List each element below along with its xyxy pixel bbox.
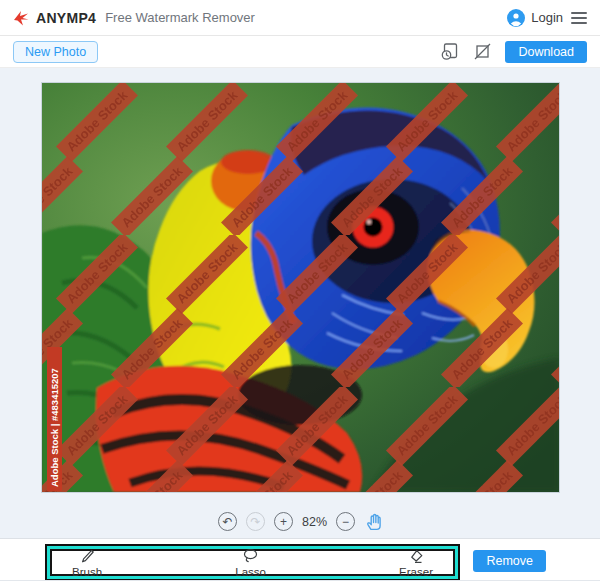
history-icon[interactable]: [439, 42, 459, 62]
zoom-out-icon[interactable]: −: [336, 512, 355, 531]
bottom-bar: Brush Lasso Eraser: [0, 538, 600, 586]
brush-icon: [79, 548, 96, 565]
remove-button[interactable]: Remove: [473, 550, 546, 572]
crop-icon[interactable]: [472, 42, 492, 62]
action-toolbar: New Photo Download: [0, 36, 600, 68]
brush-tool[interactable]: Brush: [72, 548, 102, 578]
undo-icon[interactable]: ↶: [218, 512, 237, 531]
login-label: Login: [531, 10, 563, 25]
lasso-label: Lasso: [235, 566, 266, 578]
zoom-controls: ↶ ↷ + 82% −: [0, 512, 600, 531]
user-avatar-icon: [507, 9, 525, 27]
watermark-overlay: [42, 83, 559, 492]
redo-icon[interactable]: ↷: [246, 512, 265, 531]
tools-highlight-annotation: Brush Lasso Eraser: [45, 544, 460, 581]
lasso-tool[interactable]: Lasso: [235, 548, 266, 578]
stock-id-bar: Adobe Stock | #483415207: [47, 347, 62, 491]
editor-area: Adobe Stock Adobe Stock Adobe Stock: [0, 68, 600, 538]
stock-id-text: Adobe Stock | #483415207: [49, 368, 60, 487]
product-title: Free Watermark Remover: [105, 10, 255, 25]
eraser-icon: [408, 548, 425, 565]
brush-label: Brush: [72, 566, 102, 578]
brand-name: ANYMP4: [36, 10, 96, 26]
lasso-icon: [242, 548, 259, 565]
app-header: ANYMP4 Free Watermark Remover Login: [0, 0, 600, 36]
hamburger-menu-icon[interactable]: [571, 12, 587, 24]
zoom-in-icon[interactable]: +: [274, 512, 293, 531]
download-button[interactable]: Download: [505, 41, 587, 63]
eraser-label: Eraser: [399, 566, 433, 578]
eraser-tool[interactable]: Eraser: [399, 548, 433, 578]
parrot-photo: Adobe Stock Adobe Stock Adobe Stock: [42, 83, 559, 492]
pan-hand-icon[interactable]: [364, 513, 382, 531]
brand-logo-icon: [13, 9, 31, 27]
zoom-level: 82%: [302, 515, 327, 529]
tools-toolbar: Brush Lasso Eraser: [50, 549, 455, 576]
login-button[interactable]: Login: [507, 9, 563, 27]
photo-canvas[interactable]: Adobe Stock Adobe Stock Adobe Stock: [41, 82, 560, 493]
new-photo-button[interactable]: New Photo: [13, 41, 98, 63]
